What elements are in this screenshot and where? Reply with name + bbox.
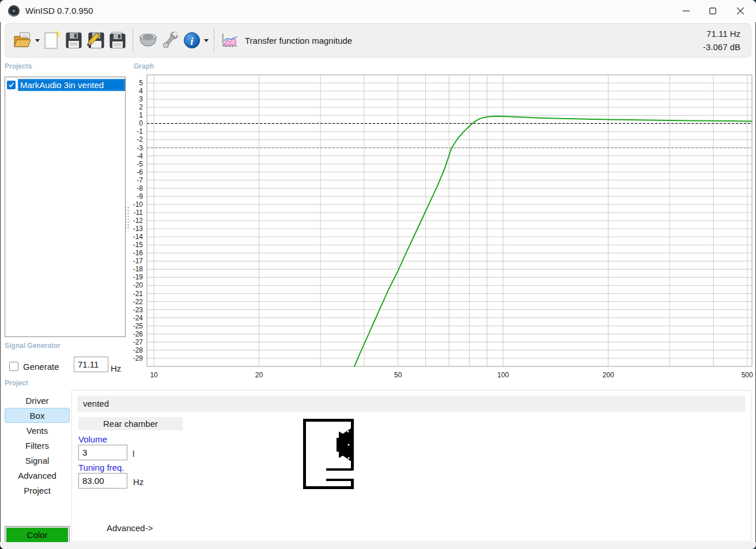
- svg-text:-29: -29: [133, 354, 143, 362]
- svg-text:-20: -20: [133, 281, 143, 289]
- tab-filters[interactable]: Filters: [5, 438, 70, 453]
- readout-level: -3.067 dB: [703, 42, 740, 52]
- svg-text:20: 20: [255, 371, 263, 379]
- svg-text:1: 1: [139, 111, 143, 119]
- svg-text:5: 5: [139, 79, 143, 87]
- advanced-button[interactable]: Advanced->: [107, 523, 153, 533]
- generator-frequency-unit: Hz: [111, 364, 121, 373]
- volume-unit: l: [133, 449, 134, 459]
- svg-text:-10: -10: [133, 200, 143, 209]
- floppy-pencil-icon: [86, 31, 105, 50]
- graph-type-button[interactable]: [218, 28, 240, 52]
- about-dropdown-arrow[interactable]: [203, 28, 210, 52]
- svg-text:-17: -17: [133, 257, 143, 265]
- svg-text:-16: -16: [133, 249, 143, 257]
- svg-text:i: i: [190, 35, 194, 47]
- svg-text:-13: -13: [133, 225, 143, 233]
- readout-frequency: 71.11 Hz: [703, 29, 740, 39]
- svg-text:-8: -8: [137, 184, 143, 192]
- box-tab-panel: vented Rear chamber Volume l Tuning freq…: [71, 390, 751, 542]
- tuning-freq-unit: Hz: [133, 477, 143, 487]
- save-as-button[interactable]: [85, 28, 107, 52]
- wrench-icon: [160, 31, 180, 50]
- svg-text:-27: -27: [133, 338, 143, 346]
- svg-text:4: 4: [139, 87, 143, 95]
- svg-text:200: 200: [603, 371, 614, 379]
- project-name[interactable]: MarkAudio 3in vented: [18, 79, 125, 91]
- transfer-function-plot[interactable]: 543210-1-2-3-4-5-6-7-8-9-10-11-12-13-14-…: [130, 72, 756, 380]
- svg-text:-18: -18: [133, 265, 143, 273]
- driver-editor-button[interactable]: [137, 28, 159, 52]
- toolbar-separator: [133, 28, 133, 52]
- new-document-icon: [43, 31, 61, 50]
- svg-text:-6: -6: [137, 168, 143, 176]
- project-section-label: Project: [5, 379, 28, 387]
- view-label: Transfer function magnitude: [245, 36, 352, 46]
- svg-text:-5: -5: [137, 160, 143, 168]
- svg-text:100: 100: [497, 371, 509, 379]
- toolbar: i Transfer function magnitude 71.11 Hz -…: [5, 23, 751, 58]
- svg-text:50: 50: [394, 371, 402, 379]
- status-strip: [0, 542, 756, 549]
- rear-chamber-tab[interactable]: Rear chamber: [78, 417, 183, 430]
- svg-text:-19: -19: [133, 273, 143, 281]
- about-button[interactable]: i: [181, 28, 203, 52]
- open-project-button[interactable]: [12, 28, 34, 52]
- toolbar-separator: [214, 28, 214, 52]
- svg-text:-1: -1: [137, 127, 143, 135]
- maximize-button[interactable]: [700, 0, 726, 22]
- open-folder-icon: [13, 32, 33, 49]
- title-bar[interactable]: WinISD 0.7.0.950: [0, 0, 756, 22]
- tab-signal[interactable]: Signal: [5, 453, 70, 468]
- color-button[interactable]: Color: [5, 526, 70, 544]
- svg-text:500: 500: [742, 371, 753, 379]
- svg-text:-15: -15: [133, 241, 143, 249]
- svg-text:-21: -21: [133, 290, 143, 298]
- tab-vents[interactable]: Vents: [5, 423, 70, 438]
- tab-driver[interactable]: Driver: [5, 393, 70, 408]
- svg-text:-12: -12: [133, 217, 143, 225]
- volume-label: Volume: [78, 434, 107, 444]
- tab-project[interactable]: Project: [5, 483, 70, 498]
- floppy-save-all-icon: [108, 31, 127, 50]
- floppy-disk-icon: [65, 31, 83, 50]
- svg-text:-2: -2: [137, 135, 143, 143]
- close-button[interactable]: [727, 0, 754, 22]
- svg-text:-24: -24: [133, 314, 143, 322]
- tuning-freq-input[interactable]: [78, 473, 127, 489]
- svg-text:-11: -11: [134, 209, 143, 217]
- projects-section-label: Projects: [5, 62, 32, 70]
- panel-splitter-handle[interactable]: [124, 206, 130, 230]
- volume-input[interactable]: [78, 445, 127, 460]
- driver-basket-icon: [138, 32, 158, 48]
- generate-checkbox[interactable]: [9, 362, 18, 371]
- svg-text:-3: -3: [137, 144, 143, 152]
- options-button[interactable]: [159, 28, 181, 52]
- tab-box[interactable]: Box: [5, 408, 70, 423]
- save-button[interactable]: [63, 28, 85, 52]
- save-all-button[interactable]: [107, 28, 128, 52]
- open-dropdown-arrow[interactable]: [34, 28, 41, 52]
- svg-text:10: 10: [150, 371, 158, 379]
- signal-generator-label: Signal Generator: [5, 342, 61, 350]
- tab-advanced[interactable]: Advanced: [5, 468, 70, 483]
- project-tab-list: Driver Box Vents Filters Signal Advanced…: [5, 393, 70, 498]
- graph-section-label: Graph: [134, 62, 154, 70]
- generator-frequency-input[interactable]: [74, 357, 108, 372]
- projects-list[interactable]: MarkAudio 3in vented: [5, 77, 126, 337]
- svg-text:-26: -26: [133, 330, 143, 338]
- svg-text:0: 0: [139, 119, 143, 127]
- graph-type-icon: [221, 33, 238, 48]
- new-project-button[interactable]: [41, 28, 63, 52]
- box-type-selector[interactable]: vented: [77, 396, 745, 412]
- project-list-item[interactable]: MarkAudio 3in vented: [5, 78, 125, 91]
- color-button-face[interactable]: Color: [6, 528, 68, 542]
- svg-text:-7: -7: [137, 176, 143, 184]
- svg-text:2: 2: [139, 103, 143, 111]
- winisd-window: WinISD 0.7.0.950: [0, 0, 756, 549]
- svg-text:-9: -9: [137, 192, 143, 200]
- minimize-button[interactable]: [673, 0, 700, 22]
- app-speaker-icon: [7, 5, 20, 17]
- svg-text:-14: -14: [133, 233, 143, 241]
- project-checkbox-checked[interactable]: [7, 81, 16, 89]
